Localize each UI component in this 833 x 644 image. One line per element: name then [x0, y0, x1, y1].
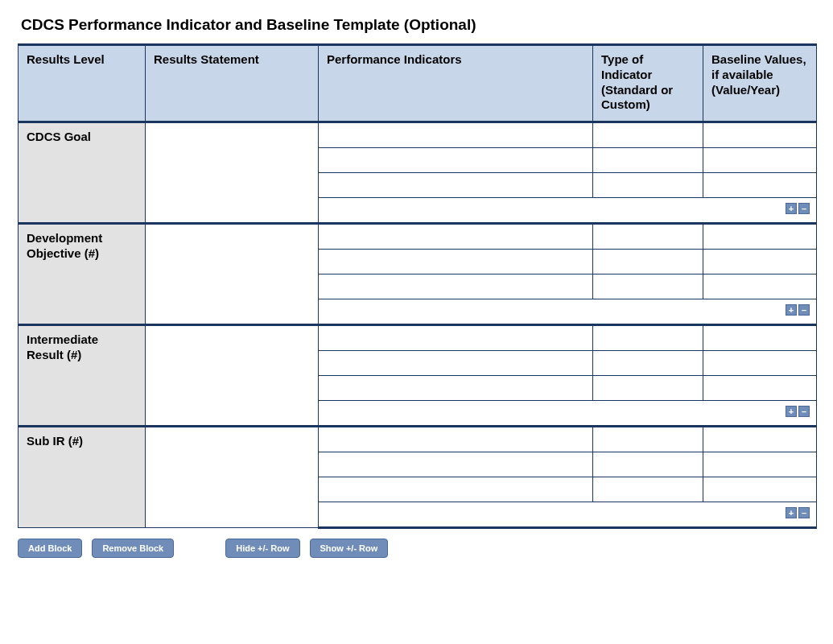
indicator-cell[interactable] — [703, 427, 817, 452]
indicator-cell[interactable] — [319, 275, 593, 299]
indicator-cell[interactable] — [319, 122, 593, 148]
indicator-cell[interactable] — [319, 224, 593, 250]
indicator-cell[interactable] — [703, 122, 817, 148]
results-statement-cell[interactable] — [146, 122, 319, 224]
remove-row-button[interactable]: – — [798, 304, 810, 316]
col-baseline-values: Baseline Values, if available (Value/Yea… — [703, 45, 817, 122]
pm-control-row: +– — [319, 502, 817, 528]
col-performance-indicators: Performance Indicators — [319, 45, 593, 122]
indicator-cell[interactable] — [319, 477, 593, 502]
indicator-cell[interactable] — [703, 224, 817, 250]
results-level-cell: Development Objective (#) — [19, 224, 146, 325]
indicator-cell[interactable] — [319, 452, 593, 477]
page-title: CDCS Performance Indicator and Baseline … — [21, 16, 815, 34]
indicator-cell[interactable] — [593, 325, 703, 351]
pm-control-row: +– — [319, 401, 817, 427]
remove-block-button[interactable]: Remove Block — [92, 539, 174, 558]
add-row-button[interactable]: + — [786, 507, 797, 518]
indicator-cell[interactable] — [593, 427, 703, 452]
indicator-cell[interactable] — [703, 351, 817, 376]
indicator-cell[interactable] — [703, 376, 817, 401]
results-statement-cell[interactable] — [146, 224, 319, 325]
add-row-button[interactable]: + — [786, 203, 797, 214]
results-level-cell: CDCS Goal — [19, 122, 146, 224]
indicator-cell[interactable] — [593, 452, 703, 477]
add-row-button[interactable]: + — [786, 406, 797, 417]
col-results-level: Results Level — [19, 45, 146, 122]
indicator-cell[interactable] — [319, 376, 593, 401]
add-row-button[interactable]: + — [786, 304, 797, 316]
indicator-table: Results Level Results Statement Performa… — [18, 43, 817, 529]
indicator-cell[interactable] — [703, 477, 817, 502]
indicator-cell[interactable] — [319, 148, 593, 173]
indicator-cell[interactable] — [703, 452, 817, 477]
results-level-cell: Intermediate Result (#) — [19, 325, 146, 427]
results-statement-cell[interactable] — [146, 325, 319, 427]
indicator-cell[interactable] — [593, 224, 703, 250]
remove-row-button[interactable]: – — [798, 203, 810, 214]
indicator-cell[interactable] — [593, 122, 703, 148]
results-statement-cell[interactable] — [146, 427, 319, 528]
results-level-cell: Sub IR (#) — [19, 427, 146, 528]
remove-row-button[interactable]: – — [798, 507, 810, 518]
indicator-cell[interactable] — [593, 250, 703, 275]
indicator-cell[interactable] — [703, 250, 817, 275]
indicator-cell[interactable] — [593, 477, 703, 502]
indicator-cell[interactable] — [319, 173, 593, 198]
indicator-cell[interactable] — [593, 148, 703, 173]
col-type-of-indicator: Type of Indicator (Standard or Custom) — [593, 45, 703, 122]
indicator-cell[interactable] — [319, 250, 593, 275]
indicator-cell[interactable] — [593, 173, 703, 198]
indicator-cell[interactable] — [319, 351, 593, 376]
indicator-cell[interactable] — [593, 376, 703, 401]
indicator-cell[interactable] — [593, 351, 703, 376]
col-results-statement: Results Statement — [146, 45, 319, 122]
show-pm-row-button[interactable]: Show +/- Row — [310, 539, 389, 558]
indicator-cell[interactable] — [593, 275, 703, 299]
remove-row-button[interactable]: – — [798, 406, 810, 417]
hide-pm-row-button[interactable]: Hide +/- Row — [225, 539, 299, 558]
action-button-row: Add Block Remove Block Hide +/- Row Show… — [18, 539, 815, 558]
indicator-cell[interactable] — [703, 148, 817, 173]
pm-control-row: +– — [319, 299, 817, 325]
indicator-cell[interactable] — [703, 275, 817, 299]
indicator-cell[interactable] — [319, 325, 593, 351]
indicator-cell[interactable] — [319, 427, 593, 452]
indicator-cell[interactable] — [703, 325, 817, 351]
add-block-button[interactable]: Add Block — [18, 539, 82, 558]
pm-control-row: +– — [319, 198, 817, 224]
indicator-cell[interactable] — [703, 173, 817, 198]
